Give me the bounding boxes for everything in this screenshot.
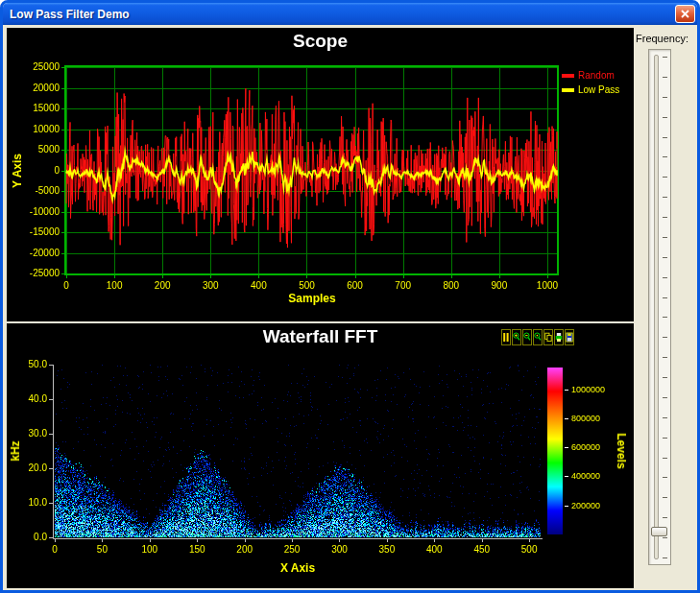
titlebar[interactable]: Low Pass Filter Demo <box>3 3 697 25</box>
slider-tick <box>663 297 667 298</box>
slider-tick <box>663 377 667 378</box>
copy-button[interactable] <box>543 329 553 345</box>
zoom-out-icon <box>523 331 531 344</box>
slider-tick <box>663 277 667 278</box>
slider-tick <box>663 557 667 558</box>
pause-button[interactable] <box>501 329 511 345</box>
slider-tick <box>663 357 667 358</box>
slider-tick <box>663 237 667 238</box>
legend-item-random: Random <box>562 68 619 83</box>
close-button[interactable] <box>675 5 695 23</box>
slider-thumb[interactable] <box>651 527 667 536</box>
slider-tick <box>663 517 667 518</box>
save-button[interactable] <box>565 329 574 345</box>
scope-panel: Scope Random Low Pass Y Axis Samples <box>7 28 634 321</box>
slider-tick <box>663 438 667 439</box>
slider-track[interactable] <box>654 55 659 559</box>
random-series-label: Random <box>578 70 615 81</box>
slider-tick <box>663 477 667 478</box>
slider-tick <box>663 337 667 338</box>
slider-tick <box>663 217 667 218</box>
slider-tick <box>663 117 667 118</box>
copy-icon <box>544 331 552 344</box>
zoom-in-button[interactable] <box>512 329 521 345</box>
slider-tick <box>663 156 667 157</box>
close-icon <box>681 10 689 18</box>
pause-icon <box>502 331 510 344</box>
zoom-in-icon <box>513 331 520 344</box>
slider-ticks <box>663 57 667 557</box>
slider-tick <box>663 97 667 98</box>
waterfall-x-axis-label: X Axis <box>280 561 315 575</box>
slider-tick <box>663 57 667 58</box>
colorbar-label: Levels <box>615 433 628 468</box>
zoom-reset-button[interactable] <box>533 329 543 345</box>
waterfall-y-axis-label: kHz <box>9 440 22 461</box>
scope-legend: Random Low Pass <box>562 68 619 97</box>
window-title: Low Pass Filter Demo <box>10 8 675 21</box>
slider-tick <box>663 197 667 198</box>
lowpass-series-swatch <box>562 88 574 92</box>
zoom-out-button[interactable] <box>522 329 532 345</box>
frequency-label: Frequency: <box>636 33 688 44</box>
print-icon <box>555 331 563 344</box>
waterfall-chart <box>7 323 634 588</box>
legend-item-lowpass: Low Pass <box>562 83 619 97</box>
print-button[interactable] <box>554 329 564 345</box>
random-series-swatch <box>562 74 574 78</box>
slider-tick <box>663 397 667 398</box>
scope-y-axis-label: Y Axis <box>11 154 24 188</box>
slider-tick <box>663 77 667 78</box>
waterfall-panel: Waterfall FFT <box>7 323 634 588</box>
chart-toolbar <box>500 329 574 345</box>
slider-tick <box>663 537 667 538</box>
slider-tick <box>663 417 667 418</box>
slider-tick <box>663 257 667 258</box>
lowpass-series-label: Low Pass <box>578 84 619 95</box>
slider-tick <box>663 458 667 459</box>
zoom-reset-icon <box>534 331 542 344</box>
slider-tick <box>663 177 667 178</box>
slider-tick <box>663 497 667 498</box>
scope-title: Scope <box>7 31 634 52</box>
frequency-slider[interactable] <box>648 49 671 565</box>
scope-x-axis-label: Samples <box>288 292 335 305</box>
window: Low Pass Filter Demo Scope Random Low Pa… <box>0 0 700 593</box>
slider-tick <box>663 317 667 318</box>
scope-chart <box>7 28 634 321</box>
save-icon <box>566 331 573 344</box>
slider-tick <box>663 137 667 138</box>
